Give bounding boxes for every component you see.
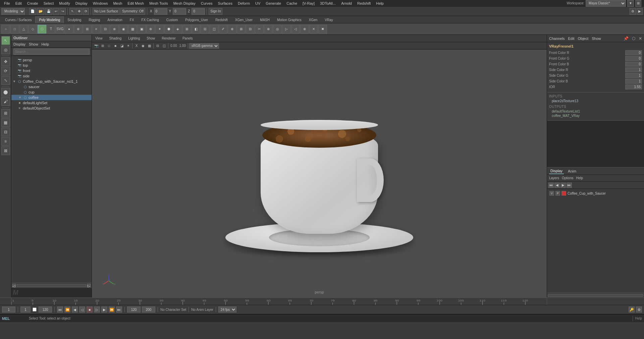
redo-btn[interactable]: ↪	[60, 8, 66, 15]
menu-create[interactable]: Create	[24, 0, 41, 6]
play-fwd-btn[interactable]: ▷	[94, 307, 100, 313]
shelf-icon-24[interactable]: ◫	[210, 25, 218, 33]
current-frame-input[interactable]	[2, 307, 15, 313]
attr-value-side-b[interactable]	[625, 79, 642, 84]
shelf-icon-25[interactable]: ✐	[219, 25, 227, 33]
vp-menu-lighting[interactable]: Lighting	[127, 36, 141, 42]
shelf-icon-21[interactable]: ⊞	[182, 25, 191, 33]
vp-icon-solid[interactable]: ■	[112, 43, 118, 49]
layer-ctrl-prev[interactable]: ◀	[554, 183, 560, 188]
layer-tab-display[interactable]: Display	[549, 168, 564, 174]
vp-icon-isolate[interactable]: ◉	[140, 43, 146, 49]
shelf-icon-8[interactable]: ●	[65, 25, 73, 33]
layer-ctrl-prev-prev[interactable]: ⏮	[548, 183, 554, 188]
keyframe-btn[interactable]: 🔑	[629, 307, 635, 313]
outliner-item-coffee-group[interactable]: ▼ ⬡ Coffee_Cup_with_Saucer_ncl1_1	[11, 79, 92, 84]
shelf-tab-poly[interactable]: Poly Modeling	[35, 16, 64, 23]
menu-edit[interactable]: Edit	[13, 0, 24, 6]
layout-btn1[interactable]: ⊞	[1, 109, 10, 118]
vp-menu-panels[interactable]: Panels	[181, 36, 194, 42]
move-tool[interactable]: ✥	[1, 57, 10, 66]
shelf-icon-6[interactable]: T	[47, 25, 55, 33]
edit-tab[interactable]: Edit	[568, 37, 574, 41]
timeline-settings-btn[interactable]: ⚙	[636, 307, 642, 313]
output-item-2[interactable]: coffee_MAT_VRay	[549, 114, 642, 118]
outliner-scroll-right[interactable]: ▷	[87, 284, 91, 287]
layer-menu-options[interactable]: Options	[562, 176, 573, 180]
vp-icon-texture[interactable]: ◪	[119, 43, 125, 49]
layer-pref-btn[interactable]: P	[555, 191, 560, 196]
prev-frame-btn[interactable]: ◀	[72, 307, 78, 313]
new-scene-btn[interactable]: 📄	[29, 8, 36, 15]
vp-menu-show[interactable]: Show	[145, 36, 156, 42]
fps-selector[interactable]: 24 fps	[218, 307, 236, 313]
menu-display[interactable]: Display	[73, 0, 90, 6]
attr-value-ior[interactable]	[625, 84, 642, 89]
vp-icon-wireframe[interactable]: □	[106, 43, 112, 49]
shelf-tab-animation[interactable]: Animation	[104, 16, 126, 23]
channels-tab[interactable]: Channels	[549, 37, 565, 41]
shelf-icon-1[interactable]: ○	[1, 25, 10, 33]
workspace-selector[interactable]: Maya Classic*	[586, 0, 626, 7]
viewport-canvas[interactable]: X Y Z persp	[92, 50, 547, 297]
vp-icon-camera[interactable]: 📷	[93, 43, 99, 49]
menu-3dtoall[interactable]: 3DToAll...	[317, 0, 338, 6]
go-to-end-btn[interactable]: ⏭	[116, 307, 122, 313]
vp-menu-renderer[interactable]: Renderer	[160, 36, 177, 42]
vp-icon-resolution[interactable]: ⊟	[155, 43, 161, 49]
x-coord[interactable]: 0	[154, 8, 167, 15]
outliner-item-side[interactable]: 📷 side	[11, 73, 92, 79]
vp-icon-gate[interactable]: ◫	[161, 43, 167, 49]
shelf-icon-14[interactable]: ◉	[119, 25, 128, 33]
shelf-icon-5[interactable]: ⬡	[38, 25, 46, 33]
shelf-tab-custom[interactable]: Custom	[163, 16, 181, 23]
layer-color-swatch[interactable]	[561, 191, 566, 196]
select-tool[interactable]: ↖	[1, 36, 10, 45]
outliner-search-input[interactable]	[13, 49, 90, 55]
vp-icon-light[interactable]: ☀	[125, 43, 131, 49]
playback-start-input[interactable]	[20, 307, 31, 313]
output-item-1[interactable]: defaultTextureList1	[549, 110, 642, 113]
vp-icon-grid[interactable]: ⊞	[100, 43, 106, 49]
object-tab[interactable]: Object	[578, 37, 588, 41]
stop-btn[interactable]: ■	[87, 307, 93, 313]
sign-in-btn[interactable]: Sign In	[209, 8, 222, 15]
shelf-tab-rigging[interactable]: Rigging	[85, 16, 104, 23]
outliner-scrollbar[interactable]: ◁ ▷	[11, 283, 92, 287]
right-panel-expand[interactable]: ⬡	[632, 36, 635, 41]
shelf-icon-20[interactable]: ◈	[173, 25, 182, 33]
rotate-tool-btn[interactable]: ⟳	[83, 8, 89, 15]
shelf-icon-31[interactable]: ◎	[273, 25, 282, 33]
shelf-icon-11[interactable]: ≡	[92, 25, 101, 33]
menu-edit-mesh[interactable]: Edit Mesh	[125, 0, 147, 6]
menu-file[interactable]: File	[1, 0, 13, 6]
layer-scroll-track[interactable]	[548, 294, 643, 297]
shelf-icon-2[interactable]: □	[10, 25, 19, 33]
shelf-icon-10[interactable]: ⊞	[83, 25, 92, 33]
shelf-icon-23[interactable]: ⊟	[201, 25, 209, 33]
shelf-icon-12[interactable]: ⊟	[101, 25, 110, 33]
shelf-icon-22[interactable]: ◧	[192, 25, 200, 33]
shelf-icon-17[interactable]: ⊕	[146, 25, 155, 33]
shelf-icon-32[interactable]: ▷	[282, 25, 291, 33]
menu-modify[interactable]: Modify	[56, 0, 72, 6]
layer-menu-help[interactable]: Help	[576, 176, 583, 180]
workspace-expand[interactable]: ▼	[627, 0, 634, 7]
layer-ctrl-next-next[interactable]: ⏭	[567, 183, 572, 188]
shelf-icon-18[interactable]: ✦	[155, 25, 164, 33]
shelf-icon-36[interactable]: ✖	[318, 25, 327, 33]
shelf-tab-vray[interactable]: VRay	[321, 16, 336, 23]
mode-selector[interactable]: Modeling	[1, 8, 25, 15]
attr-value-front-r[interactable]	[625, 50, 642, 55]
max-frames-input[interactable]	[142, 307, 155, 313]
shelf-tab-sculpting[interactable]: Sculpting	[64, 16, 85, 23]
layout-btn2[interactable]: ▦	[1, 118, 10, 127]
right-panel-close[interactable]: ✕	[639, 36, 642, 41]
outliner-menu-help[interactable]: Help	[42, 42, 49, 46]
menu-select[interactable]: Select	[41, 0, 57, 6]
shelf-tab-xgen-user[interactable]: XGen_User	[231, 16, 256, 23]
select-tool-btn[interactable]: ↖	[69, 8, 75, 15]
vp-menu-shading[interactable]: Shading	[108, 36, 123, 42]
sculpt-tool[interactable]: ⬤	[1, 88, 10, 96]
shelf-icon-26[interactable]: ⊕	[228, 25, 236, 33]
